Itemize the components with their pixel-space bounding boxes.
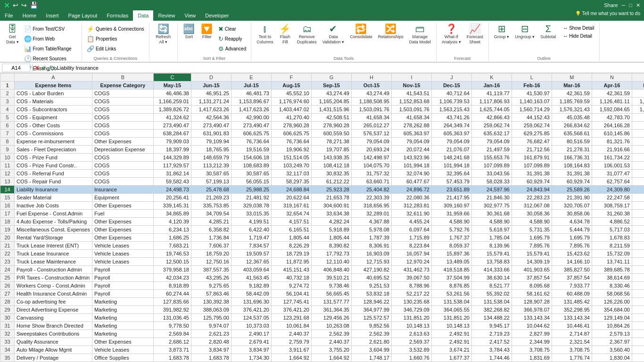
table-cell[interactable]: 610,145.86 xyxy=(592,130,632,138)
table-cell[interactable]: 576,537.12 xyxy=(351,130,391,138)
table-cell[interactable]: 3,604.99 xyxy=(351,346,391,354)
table-cell[interactable]: Rental Yard/Storage xyxy=(15,234,92,242)
table-cell[interactable]: 131,538.04 xyxy=(471,298,512,306)
table-cell[interactable]: 1,664.92 xyxy=(271,354,311,362)
table-cell[interactable]: 304,600.91 xyxy=(311,202,351,210)
table-cell[interactable]: Canvassing xyxy=(15,314,92,322)
table-cell[interactable]: 21,497.59 xyxy=(471,146,512,154)
tab-developer[interactable]: Developer xyxy=(200,10,233,21)
table-cell[interactable]: 1,805.44 xyxy=(311,234,351,242)
table-cell[interactable]: 20,072.44 xyxy=(391,146,431,154)
table-cell[interactable]: 12,970.24 xyxy=(391,258,431,266)
table-cell[interactable]: COGS xyxy=(92,114,153,122)
table-cell[interactable]: 10,263.08 xyxy=(311,322,351,330)
table-cell[interactable]: 1,188,508.95 xyxy=(351,98,391,106)
table-cell[interactable]: 60,929.74 xyxy=(512,178,552,186)
table-row[interactable]: 25P/R Taxes - Construction AdminPayroll4… xyxy=(0,274,644,282)
table-cell[interactable]: Truck Lease Maintenance xyxy=(15,258,92,266)
table-cell[interactable]: 605,363.97 xyxy=(431,130,471,138)
table-cell[interactable]: 8,521.77 xyxy=(471,282,512,290)
table-cell[interactable]: 309,160.97 xyxy=(431,202,471,210)
tab-view[interactable]: View xyxy=(180,10,201,21)
table-cell[interactable]: 2,820.48 xyxy=(191,338,231,346)
table-cell[interactable]: 6,165.51 xyxy=(271,226,311,234)
table-cell[interactable]: Marketing xyxy=(92,298,153,306)
table-cell[interactable]: 134,488.22 xyxy=(471,314,512,322)
table-cell[interactable]: Oct-15 xyxy=(351,82,391,90)
table-cell[interactable]: 2,562.39 xyxy=(351,330,391,338)
table-cell[interactable]: 125,795.00 xyxy=(191,314,231,322)
table-cell[interactable]: 131,485.42 xyxy=(552,298,592,306)
table-cell[interactable]: 31,862.14 xyxy=(153,170,191,178)
table-cell[interactable]: 101,994.18 xyxy=(391,162,431,170)
table-row[interactable]: 1Expense ItemsExpense CategoryMay-15Jun-… xyxy=(0,82,644,90)
table-cell[interactable]: 24,498.73 xyxy=(153,186,191,194)
table-cell[interactable]: 46,951.25 xyxy=(191,90,231,98)
table-cell[interactable]: Truck Lease Interest (ENT) xyxy=(15,242,92,250)
col-header-l[interactable]: L xyxy=(512,74,552,82)
table-cell[interactable]: 431,462.73 xyxy=(391,266,431,274)
table-cell[interactable]: 60,247.33 xyxy=(632,178,644,186)
table-row[interactable]: 31Home Show Branch DirectedMarketing9,77… xyxy=(0,322,644,330)
col-header-e[interactable]: E xyxy=(231,74,271,82)
table-row[interactable]: 22Truck Lease InsuranceVehicle Leases19,… xyxy=(0,250,644,258)
table-cell[interactable]: COS - Prize Fund Constr.. xyxy=(15,162,92,170)
table-cell[interactable]: Feb-16 xyxy=(512,82,552,90)
table-row[interactable]: 33Quality AssuranceOther Expenses2,686.1… xyxy=(0,338,644,346)
table-row[interactable]: 5COS - EquipmentCOGS41,324.6242,564.3642… xyxy=(0,114,644,122)
tab-page-layout[interactable]: Page Layout xyxy=(64,10,102,21)
flash-fill-button[interactable]: ⚡ FlashFill xyxy=(277,23,294,46)
table-cell[interactable]: 15,579.41 xyxy=(512,250,552,258)
table-cell[interactable]: 18,765.95 xyxy=(191,146,231,154)
table-cell[interactable]: 5,444.79 xyxy=(552,226,592,234)
table-cell[interactable]: 2,613.63 xyxy=(391,330,431,338)
table-cell[interactable]: 273,490.47 xyxy=(191,122,231,130)
table-cell[interactable]: 37,857.54 xyxy=(552,274,592,282)
table-cell[interactable]: 55,392.02 xyxy=(471,290,512,298)
table-cell[interactable]: 10,044.62 xyxy=(512,322,552,330)
table-cell[interactable]: 33,043.56 xyxy=(471,170,512,178)
table-cell[interactable]: 354,684.00 xyxy=(592,306,632,314)
table-cell[interactable]: 259,062.74 xyxy=(471,122,512,130)
table-cell[interactable]: 22,692.53 xyxy=(632,194,644,202)
tab-data[interactable]: Data xyxy=(133,10,153,21)
table-cell[interactable]: 2,562.39 xyxy=(311,330,351,338)
table-row[interactable]: 23Truck Lease MaintenanceVehicle Leases1… xyxy=(0,258,644,266)
table-cell[interactable]: Other Expenses xyxy=(92,234,153,242)
table-cell[interactable]: COGS xyxy=(92,90,153,98)
table-cell[interactable]: 24,597.96 xyxy=(471,186,512,194)
table-cell[interactable]: 13,741.11 xyxy=(592,258,632,266)
redo-icon[interactable]: ↪ xyxy=(21,1,27,9)
table-cell[interactable]: 8,876.85 xyxy=(431,282,471,290)
clear-button[interactable]: ✖ Clear xyxy=(216,25,248,33)
table-cell[interactable]: Office Supplies xyxy=(92,354,153,362)
table-cell[interactable]: 376,421.20 xyxy=(231,306,271,314)
table-cell[interactable]: Health Insurance Const.Admin xyxy=(15,290,92,298)
table-cell[interactable]: 60,477.67 xyxy=(391,178,431,186)
table-cell[interactable]: 2,358.12 xyxy=(632,338,644,346)
table-cell[interactable]: 1,149,010.73 xyxy=(632,98,644,106)
table-cell[interactable]: 1,831.69 xyxy=(512,354,552,362)
table-cell[interactable]: 127,745.41 xyxy=(271,298,311,306)
confirm-formula-icon[interactable]: ✓ xyxy=(41,64,47,71)
table-cell[interactable]: 21,076.07 xyxy=(431,146,471,154)
table-row[interactable]: 13COS - Repair FundCOGS59,582.4357,199.1… xyxy=(0,178,644,186)
table-row[interactable]: 11COS - Prize Fund Constr..COGS117,929.5… xyxy=(0,162,644,170)
table-cell[interactable]: 38,630.14 xyxy=(471,274,512,282)
table-cell[interactable]: Liability Insurance xyxy=(15,186,92,194)
table-cell[interactable]: 293,321.21 xyxy=(632,202,644,210)
table-cell[interactable]: 401,903.65 xyxy=(512,266,552,274)
table-cell[interactable]: 1,719.47 xyxy=(231,234,271,242)
table-cell[interactable]: 30,587.65 xyxy=(191,170,231,178)
table-cell[interactable]: 15,423.62 xyxy=(552,250,592,258)
table-cell[interactable]: 22,080.36 xyxy=(391,194,431,202)
table-cell[interactable]: 131,036.45 xyxy=(153,314,191,322)
table-cell[interactable]: 161,879.91 xyxy=(512,154,552,162)
table-cell[interactable]: 308,759.17 xyxy=(592,202,632,210)
table-cell[interactable]: 9,275.65 xyxy=(191,282,231,290)
data-validation-button[interactable]: ✔ DataValidation ▾ xyxy=(320,23,347,46)
group-button[interactable]: ⊞ Group ▾ xyxy=(492,23,512,41)
table-cell[interactable]: 58,297.35 xyxy=(271,178,311,186)
table-cell[interactable]: 21,278.31 xyxy=(552,146,592,154)
table-cell[interactable]: Other Expenses xyxy=(92,138,153,146)
